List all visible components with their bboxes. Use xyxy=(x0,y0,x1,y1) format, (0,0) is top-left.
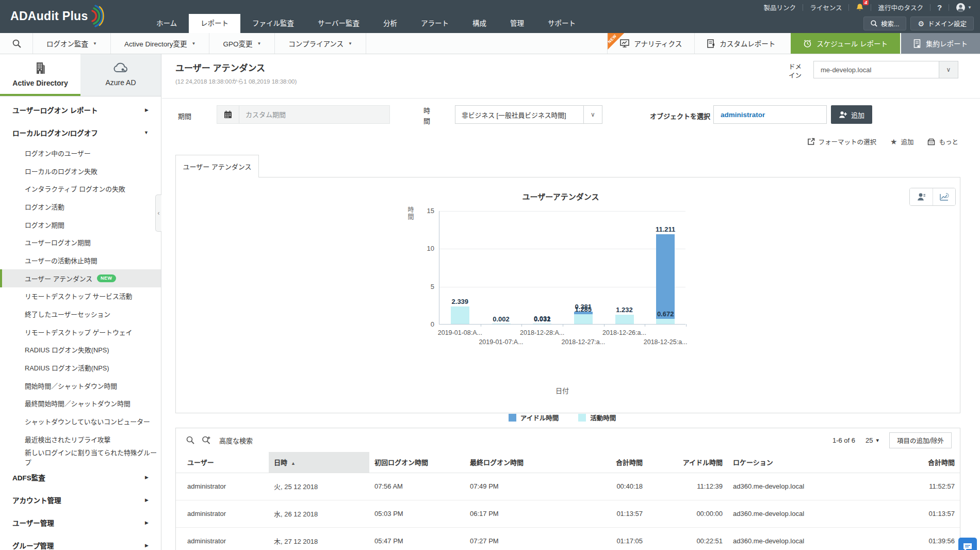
legend-item[interactable]: 活動時間 xyxy=(578,413,616,423)
custom-report-button[interactable]: カスタムレポート xyxy=(694,33,788,54)
sidebar-group-local-logon-logoff[interactable]: ローカルログオン/ログオフ▼ xyxy=(0,121,161,144)
sidebar-menu: ユーザーログオン レポート▶ローカルログオン/ログオフ▼ログオン中のユーザーロー… xyxy=(0,96,161,550)
schedule-report-button[interactable]: スケジュール レポート xyxy=(791,33,900,54)
column-header[interactable]: アイドル時間 xyxy=(648,452,728,473)
legend-item[interactable]: アイドル時間 xyxy=(509,413,559,423)
select-format-button[interactable]: フォーマットの選択 xyxy=(807,137,877,147)
notification-count-badge: 4 xyxy=(863,0,869,5)
table-search-icon[interactable] xyxy=(186,436,194,444)
column-header[interactable]: ロケーション xyxy=(728,452,883,473)
table-toolbar: 高度な検索 1-6 of 6 25 ▾ 項目の追加/除外 xyxy=(176,428,960,452)
sidebar-item[interactable]: RADIUS ログオン失敗(NPS) xyxy=(0,341,161,359)
nav-tab-reports[interactable]: レポート xyxy=(189,14,240,33)
user-view-button[interactable] xyxy=(910,188,933,205)
tab-user-attendance[interactable]: ユーザー アテンダンス xyxy=(175,155,259,177)
menu-logon-audit[interactable]: ログオン監査▼ xyxy=(33,33,111,54)
table-row[interactable]: administrator木, 27 12 201805:47 PM07:27 … xyxy=(176,527,960,550)
calendar-icon[interactable] xyxy=(217,106,239,123)
sidebar-item[interactable]: リモートデスクトップ ゲートウェイ xyxy=(0,323,161,341)
nav-tab-support[interactable]: サポート xyxy=(536,14,587,33)
sidebar-item[interactable]: 最終開始時間／シャットダウン時間 xyxy=(0,395,161,413)
chart-type-button[interactable] xyxy=(933,188,956,205)
add-object-button[interactable]: 追加 xyxy=(831,105,872,124)
nav-tab-configuration[interactable]: 構成 xyxy=(461,14,498,33)
sidebar-group-account-management[interactable]: アカウント管理▶ xyxy=(0,489,161,511)
sidebar-item[interactable]: 新しいログインに割り当てられた特殊グループ xyxy=(0,448,161,466)
sidebar-group-adfs-audit[interactable]: ADFS監査▶ xyxy=(0,466,161,489)
object-input[interactable] xyxy=(714,106,826,123)
aggregate-report-button[interactable]: 集約レポート xyxy=(901,33,980,54)
sidebar-item[interactable]: 終了したユーザーセッション xyxy=(0,305,161,323)
analytics-button[interactable]: NEW アナリティクス xyxy=(607,33,694,54)
sidebar-item[interactable]: シャットダウンしていないコンピューター xyxy=(0,412,161,430)
table-body: administrator火, 25 12 201807:56 AM07:49 … xyxy=(176,473,960,550)
license-link[interactable]: ライセンス xyxy=(810,3,842,12)
sidebar-item[interactable]: インタラクティブ ログオンの失敗 xyxy=(0,180,161,198)
sidebar-item[interactable]: ユーザー アテンダンスNEW xyxy=(0,269,161,287)
y-tick-label: 5 xyxy=(418,283,434,290)
product-links-link[interactable]: 製品リンク xyxy=(764,3,796,12)
column-header[interactable]: 初回ログオン時間 xyxy=(369,452,465,473)
period-input[interactable] xyxy=(239,106,389,123)
sidebar-item[interactable]: RADIUS ログオン活動(NPS) xyxy=(0,359,161,377)
help-icon[interactable]: ? xyxy=(937,3,942,12)
bar-active xyxy=(574,314,593,324)
column-header[interactable]: 合計時間 xyxy=(883,452,960,473)
menu-gpo-changes[interactable]: GPO変更▼ xyxy=(209,33,275,54)
column-header[interactable]: 最終ログオン時間 xyxy=(465,452,570,473)
nav-tab-file-audit[interactable]: ファイル監査 xyxy=(240,14,306,33)
table-row[interactable]: administrator水, 26 12 201805:03 PM06:17 … xyxy=(176,500,960,527)
user-menu[interactable]: ▼ xyxy=(956,3,972,12)
app-logo-text: ADAudit Plus xyxy=(10,5,88,27)
chart-refresh-icon xyxy=(939,192,949,201)
page-size-select[interactable]: 25 ▾ xyxy=(865,436,879,444)
time-select[interactable]: 非ビジネス [一般社員ビジネス時間] ∨ xyxy=(455,105,602,124)
nav-tab-analysis[interactable]: 分析 xyxy=(371,14,409,33)
sidebar-item[interactable]: ログオン中のユーザー xyxy=(0,144,161,162)
column-header[interactable]: 日時▲ xyxy=(269,452,369,473)
add-remove-columns-button[interactable]: 項目の追加/除外 xyxy=(889,432,952,448)
period-field xyxy=(217,105,390,124)
domain-settings-button[interactable]: ⚙ ドメイン設定 xyxy=(910,17,974,30)
sidebar-item[interactable]: リモートデスクトップ サービス活動 xyxy=(0,287,161,305)
column-header[interactable]: ユーザー xyxy=(176,452,269,473)
table-cell: 木, 27 12 2018 xyxy=(269,527,369,550)
sidebar-item[interactable]: ユーザーの活動休止時間 xyxy=(0,251,161,269)
advanced-search-icon[interactable] xyxy=(202,436,211,444)
tab-active-directory[interactable]: Active Directory xyxy=(0,54,80,96)
search-button[interactable]: 検索... xyxy=(863,17,906,30)
sidebar-item[interactable]: 最近検出されたリプライ攻撃 xyxy=(0,430,161,448)
sidebar-item[interactable]: 開始時間／シャットダウン時間 xyxy=(0,377,161,395)
nav-tab-alerts[interactable]: アラート xyxy=(409,14,461,33)
sidebar-group-user-logon-reports[interactable]: ユーザーログオン レポート▶ xyxy=(0,99,161,121)
table-cell: 01:39:56 xyxy=(883,527,960,550)
notifications-bell-icon[interactable]: 4 xyxy=(856,3,864,12)
menu-ad-changes[interactable]: Active Directory変更▼ xyxy=(111,33,209,54)
gridline xyxy=(439,287,685,287)
sidebar-item[interactable]: ユーザーログオン期間 xyxy=(0,233,161,251)
more-button[interactable]: もっと xyxy=(927,137,958,147)
nav-tab-server-audit[interactable]: サーバー監査 xyxy=(306,14,371,33)
report-search-icon[interactable] xyxy=(0,33,32,54)
favorite-button[interactable]: ★ 追加 xyxy=(890,137,913,147)
sidebar-group-user-management[interactable]: ユーザー管理▶ xyxy=(0,511,161,534)
bar-value-label: 0.002 xyxy=(480,315,523,323)
sidebar-item[interactable]: ローカルのログオン失敗 xyxy=(0,162,161,180)
chat-button[interactable] xyxy=(958,538,977,550)
domain-select[interactable]: me-develop.local xyxy=(813,61,939,78)
sidebar-group-group-management[interactable]: グループ管理▶ xyxy=(0,534,161,550)
running-tasks-link[interactable]: 進行中のタスク xyxy=(878,3,923,12)
column-header[interactable]: 合計時間 xyxy=(570,452,648,473)
sidebar-item[interactable]: ログオン期間 xyxy=(0,216,161,234)
tab-azure-ad[interactable]: Azure AD xyxy=(80,54,161,96)
menu-compliance[interactable]: コンプライアンス▼ xyxy=(275,33,366,54)
domain-chevron-icon[interactable]: ∨ xyxy=(939,61,958,78)
table-row[interactable]: administrator火, 25 12 201807:56 AM07:49 … xyxy=(176,473,960,500)
table-cell: 01:17:05 xyxy=(570,527,648,550)
y-axis-label: 時間 xyxy=(406,206,415,221)
nav-tab-home[interactable]: ホーム xyxy=(144,14,189,33)
sidebar-item[interactable]: ログオン活動 xyxy=(0,198,161,216)
advanced-search-label[interactable]: 高度な検索 xyxy=(219,435,253,445)
nav-tab-admin[interactable]: 管理 xyxy=(498,14,536,33)
sidebar-collapse-handle[interactable]: ‹ xyxy=(155,195,161,232)
